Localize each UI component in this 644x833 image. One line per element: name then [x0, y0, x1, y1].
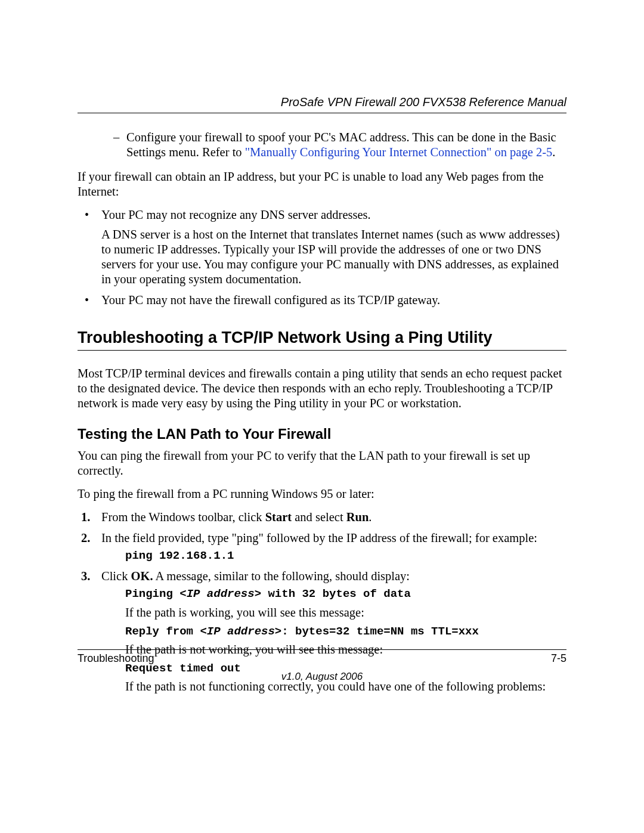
step-number: 1. — [81, 510, 90, 525]
paragraph: To ping the firewall from a PC running W… — [78, 487, 566, 501]
numbered-list: 1. From the Windows toolbar, click Start… — [78, 510, 566, 694]
step-number: 2. — [81, 531, 90, 546]
list-item-subtext: A DNS server is a host on the Internet t… — [101, 227, 566, 287]
code-block: Reply from <IP address>: bytes=32 time=N… — [125, 625, 566, 639]
footer-version: v1.0, August 2006 — [0, 671, 644, 683]
page-body: –Configure your firewall to spoof your P… — [78, 130, 566, 694]
paragraph: Most TCP/IP terminal devices and firewal… — [78, 366, 566, 411]
cross-reference-link[interactable]: "Manually Configuring Your Internet Conn… — [245, 145, 553, 159]
footer-rule — [78, 649, 566, 650]
code-block: ping 192.168.1.1 — [125, 549, 566, 563]
paragraph: If the path is working, you will see thi… — [125, 605, 566, 620]
step-number: 3. — [81, 569, 90, 584]
code-block: Pinging <IP address> with 32 bytes of da… — [125, 587, 566, 601]
list-item: 1. From the Windows toolbar, click Start… — [78, 510, 566, 525]
header-rule — [78, 113, 566, 113]
footer-section-name: Troubleshooting — [78, 652, 154, 665]
running-header: ProSafe VPN Firewall 200 FVX538 Referenc… — [78, 95, 566, 109]
dash-list-item: –Configure your firewall to spoof your P… — [113, 130, 566, 160]
step-text: Click OK. A message, similar to the foll… — [101, 569, 410, 583]
dash-marker: – — [113, 130, 126, 145]
section-rule — [78, 350, 566, 351]
page-footer: Troubleshooting 7-5 — [78, 649, 566, 665]
bullet-list: Your PC may not recognize any DNS server… — [78, 208, 566, 308]
list-item: Your PC may not recognize any DNS server… — [78, 208, 566, 287]
list-item: Your PC may not have the firewall config… — [78, 293, 566, 308]
document-page: ProSafe VPN Firewall 200 FVX538 Referenc… — [0, 0, 644, 833]
dash-text-suffix: . — [552, 145, 555, 159]
step-text: From the Windows toolbar, click Start an… — [101, 510, 371, 524]
list-item-text: Your PC may not have the firewall config… — [101, 293, 440, 306]
step-text: In the field provided, type "ping" follo… — [101, 531, 537, 544]
subsection-heading: Testing the LAN Path to Your Firewall — [78, 425, 566, 442]
footer-page-number: 7-5 — [551, 652, 566, 665]
list-item: 2. In the field provided, type "ping" fo… — [78, 531, 566, 563]
paragraph: You can ping the firewall from your PC t… — [78, 448, 566, 478]
list-item-text: Your PC may not recognize any DNS server… — [101, 208, 371, 221]
paragraph: If your firewall can obtain an IP addres… — [78, 169, 566, 199]
section-heading: Troubleshooting a TCP/IP Network Using a… — [78, 328, 566, 348]
